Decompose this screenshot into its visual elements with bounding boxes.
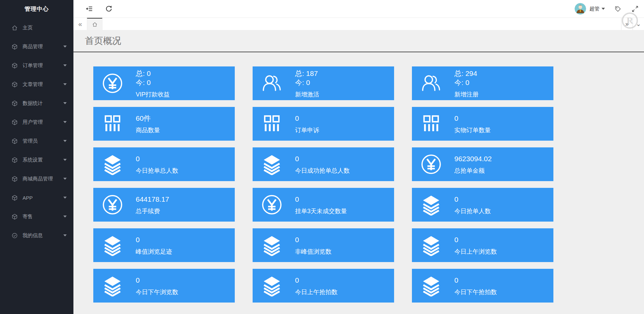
stat-card-offpeak-views: 0非峰值浏览数 [253, 228, 394, 262]
card-label: 今日下午浏览数 [136, 288, 178, 296]
card-value: 0 [295, 276, 337, 285]
card-label: 实物订单数量 [454, 126, 491, 134]
card-label: VIP打款收益 [136, 91, 170, 98]
fullscreen-icon[interactable] [632, 5, 639, 12]
cube-icon [11, 119, 18, 125]
stat-card-today-afternoon-views: 0今日下午浏览数 [93, 269, 235, 303]
layers-icon [101, 153, 124, 175]
sidebar-item-users[interactable]: 用户管理 [0, 113, 73, 132]
card-label: 新增注册 [454, 91, 479, 98]
card-label: 峰值浏览足迹 [136, 248, 172, 255]
sidebar-item-consignment[interactable]: 寄售 [0, 207, 73, 226]
card-label: 今日上午浏览数 [454, 248, 497, 255]
card-label: 今日抢单总人数 [136, 167, 178, 174]
layers-icon [261, 234, 283, 256]
sidebar-item-orders[interactable]: 订单管理 [0, 56, 73, 75]
stat-card-total-fees: 644178.17总手续费 [93, 188, 235, 222]
card-value: 0 [136, 154, 178, 163]
stat-card-new-registrations: 总: 294今: 0新增注册 [412, 66, 553, 100]
sidebar-item-home[interactable]: 主页 [0, 18, 73, 37]
chevron-down-icon [63, 159, 67, 161]
sidebar-item-articles[interactable]: 文章管理 [0, 75, 73, 94]
tab-home[interactable] [87, 18, 102, 30]
yen-icon [261, 194, 283, 216]
app-title: 管理中心 [0, 0, 73, 18]
card-label: 今日上午抢拍数 [295, 288, 337, 296]
page-title: 首页概况 [85, 35, 121, 47]
sidebar: 管理中心 主页 商品管理 订单管理 文章管理 [0, 0, 73, 314]
cube-icon [11, 195, 18, 201]
users-icon [261, 73, 283, 94]
cube-icon [11, 81, 18, 88]
user-name[interactable]: 超管 [589, 6, 600, 12]
stat-card-today-afternoon-grabs: 0今日下午抢拍数 [412, 269, 553, 303]
sidebar-item-statistics[interactable]: 数据统计 [0, 94, 73, 113]
grid-icon [261, 113, 283, 135]
card-value: 总: 0 [136, 69, 170, 78]
card-value: 0 [136, 276, 178, 285]
cube-icon [11, 138, 18, 144]
card-value: 0 [295, 114, 319, 123]
stat-card-today-morning-grabs: 0今日上午抢拍数 [253, 269, 394, 303]
stat-card-pending-3days: 0挂单3天未成交数量 [253, 188, 394, 222]
card-value-2: 今: 0 [295, 78, 319, 87]
stat-card-today-grab-users: 0今日抢单人数 [412, 188, 553, 222]
tab-spacer [102, 18, 621, 30]
card-label: 挂单3天未成交数量 [295, 207, 347, 215]
stat-card-physical-orders: 0实物订单数量 [412, 107, 553, 141]
sidebar-item-label: 我的信息 [23, 232, 43, 239]
tab-collapse-icon[interactable]: ⌄ [633, 18, 644, 30]
avatar[interactable] [575, 3, 586, 15]
cube-icon [11, 44, 18, 50]
layers-icon [420, 194, 442, 216]
admin-dashboard: 管理中心 主页 商品管理 订单管理 文章管理 [0, 0, 644, 314]
sidebar-item-label: 商城商品管理 [23, 176, 53, 182]
sidebar-item-label: 商品管理 [23, 44, 43, 50]
card-label: 今日成功抢单总人数 [295, 167, 350, 174]
card-label: 今日抢单人数 [454, 207, 491, 215]
chevron-down-icon [63, 140, 67, 142]
stat-card-today-success-grab-users: 0今日成功抢单总人数 [253, 147, 394, 181]
card-value: 60件 [136, 114, 160, 123]
sidebar-item-app[interactable]: APP [0, 188, 73, 207]
card-value: 0 [295, 235, 331, 244]
card-value: 0 [295, 154, 350, 163]
sidebar-item-admins[interactable]: 管理员 [0, 132, 73, 150]
sidebar-item-products[interactable]: 商品管理 [0, 37, 73, 56]
tab-scroll-left-icon[interactable]: « [73, 18, 87, 30]
card-label: 今日下午抢拍数 [454, 288, 497, 296]
stat-card-new-activations: 总: 187今: 0新增激活 [253, 66, 394, 100]
cube-icon [11, 157, 18, 163]
card-label: 订单申诉 [295, 126, 319, 134]
card-value: 0 [295, 195, 347, 204]
card-value: 0 [454, 195, 491, 204]
sidebar-item-settings[interactable]: 系统设置 [0, 150, 73, 169]
user-dropdown-caret-icon[interactable] [602, 8, 605, 10]
stat-card-total-grab-amount: 9623094.02总抢单金额 [412, 147, 553, 181]
tab-bar: « » ⌄ [73, 18, 644, 30]
layers-icon [101, 234, 124, 256]
chevron-down-icon [63, 64, 67, 66]
stat-card-vip-income: 总: 0今: 0VIP打款收益 [93, 66, 235, 100]
layers-icon [101, 275, 124, 296]
fold-menu-icon[interactable] [86, 5, 93, 12]
cube-icon [11, 62, 18, 69]
refresh-icon[interactable] [105, 5, 112, 12]
tag-icon[interactable] [614, 5, 621, 12]
layers-icon [261, 275, 283, 296]
card-label: 新增激活 [295, 91, 319, 98]
card-value: 0 [454, 114, 491, 123]
sidebar-item-label: 主页 [23, 25, 33, 31]
sidebar-menu: 主页 商品管理 订单管理 文章管理 数据统计 [0, 18, 73, 245]
tab-scroll-right-icon[interactable]: » [621, 18, 633, 30]
chevron-down-icon [63, 83, 67, 85]
top-toolbar: 超管 [73, 0, 644, 18]
sidebar-item-my-info[interactable]: 我的信息 [0, 226, 73, 245]
cube-icon [11, 213, 18, 220]
layers-icon [420, 234, 442, 256]
sidebar-item-label: APP [23, 195, 33, 201]
page-header: 首页概况 [73, 30, 644, 52]
sidebar-item-mall-products[interactable]: 商城商品管理 [0, 169, 73, 188]
sidebar-item-label: 数据统计 [23, 100, 43, 107]
stat-card-grid: 总: 0今: 0VIP打款收益 总: 187今: 0新增激活 总: 294今: … [73, 52, 644, 303]
